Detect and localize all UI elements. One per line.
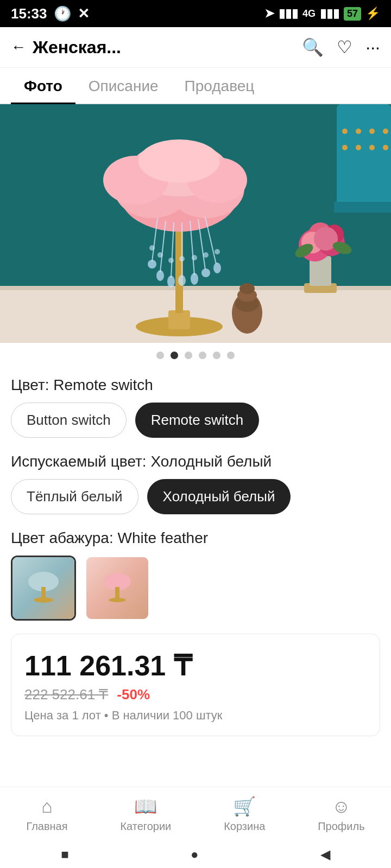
android-nav: ■ ● ◀ — [0, 841, 391, 868]
svg-point-53 — [383, 129, 388, 134]
price-old-row: 222 522.61 ₸ -50% — [24, 686, 367, 703]
price-main: 111 261.31 ₸ — [24, 649, 367, 682]
svg-point-20 — [178, 275, 186, 286]
search-button[interactable]: 🔍 — [302, 37, 324, 58]
svg-point-54 — [342, 145, 348, 150]
svg-point-26 — [213, 263, 221, 273]
color-option-remote-switch[interactable]: Remote switch — [135, 403, 260, 438]
svg-point-12 — [138, 139, 220, 183]
svg-point-27 — [149, 245, 155, 251]
header-icons: 🔍 ♡ ··· — [302, 37, 380, 58]
svg-point-33 — [215, 249, 220, 254]
svg-point-52 — [369, 129, 375, 134]
price-old: 222 522.61 ₸ — [24, 686, 108, 703]
dot-3[interactable] — [185, 352, 192, 359]
dot-5[interactable] — [213, 352, 220, 359]
signal-icon: ▮▮▮ — [279, 7, 298, 21]
dot-6[interactable] — [227, 352, 235, 359]
header: ← Женская... 🔍 ♡ ··· — [0, 27, 391, 68]
color-label: Цвет: Remote switch — [11, 376, 380, 394]
svg-point-56 — [369, 145, 375, 150]
nav-cart[interactable]: 🛒 Корзина — [224, 795, 265, 833]
emitted-color-cool[interactable]: Холодный белый — [147, 479, 291, 514]
shade-thumb-pink[interactable] — [85, 556, 150, 621]
svg-point-63 — [109, 598, 126, 602]
profile-icon: ☺ — [332, 796, 351, 817]
color-options: Button switch Remote switch — [11, 403, 380, 438]
back-button[interactable]: ← — [11, 39, 26, 56]
shade-thumb-pink-img — [96, 566, 139, 610]
svg-point-37 — [239, 283, 255, 294]
battery-indicator: 57 — [344, 7, 361, 21]
android-back-button[interactable]: ◀ — [320, 847, 330, 862]
svg-rect-62 — [115, 587, 119, 599]
status-left: 15:33 🕐 ✕ — [11, 5, 90, 22]
svg-point-24 — [201, 269, 210, 277]
android-recents-button[interactable]: ■ — [61, 847, 69, 862]
more-button[interactable]: ··· — [365, 37, 380, 58]
price-discount: -50% — [117, 686, 150, 703]
svg-rect-4 — [168, 310, 190, 329]
location-icon: ➤ — [264, 7, 274, 21]
tab-seller[interactable]: Продавец — [172, 68, 268, 104]
svg-point-60 — [34, 597, 53, 603]
cart-icon: 🛒 — [233, 795, 256, 817]
nav-home-label: Главная — [26, 820, 67, 833]
status-bar: 15:33 🕐 ✕ ➤ ▮▮▮ 4G ▮▮▮ 57 ⚡ — [0, 0, 391, 27]
svg-rect-48 — [337, 104, 391, 213]
product-info: Цвет: Remote switch Button switch Remote… — [0, 368, 391, 621]
image-dots — [0, 343, 391, 368]
favorite-button[interactable]: ♡ — [337, 37, 352, 58]
alarm-icon: 🕐 — [54, 5, 71, 22]
svg-point-22 — [191, 273, 198, 285]
tab-photo[interactable]: Фото — [11, 68, 75, 104]
price-card: 111 261.31 ₸ 222 522.61 ₸ -50% Цена за 1… — [11, 634, 380, 736]
signal-icon-2: ▮▮▮ — [320, 7, 339, 21]
svg-point-29 — [168, 258, 174, 263]
color-option-button-switch[interactable]: Button switch — [11, 403, 127, 438]
product-image-svg — [0, 104, 391, 343]
svg-point-16 — [156, 270, 164, 281]
svg-point-57 — [383, 145, 388, 150]
4g-icon: 4G — [302, 8, 316, 20]
shade-thumb-white[interactable] — [11, 556, 76, 621]
svg-point-51 — [356, 129, 361, 134]
emitted-color-warm[interactable]: Тёплый белый — [11, 479, 138, 514]
svg-point-32 — [203, 252, 209, 258]
emitted-color-selected-value: Холодный белый — [150, 453, 272, 470]
product-image — [0, 104, 391, 343]
android-home-button[interactable]: ● — [191, 847, 199, 862]
shade-thumb-white-img — [22, 566, 65, 610]
svg-point-18 — [167, 276, 175, 288]
shade-color-selected-value: White feather — [118, 529, 209, 546]
svg-point-14 — [148, 260, 156, 269]
svg-point-30 — [179, 256, 185, 261]
svg-rect-49 — [334, 202, 391, 213]
emitted-color-options: Тёплый белый Холодный белый — [11, 479, 380, 514]
svg-rect-59 — [41, 587, 46, 599]
svg-point-28 — [157, 252, 163, 258]
page-title: Женская... — [33, 37, 302, 58]
shade-color-label: Цвет абажура: White feather — [11, 529, 380, 547]
emitted-color-label: Испускаемый цвет: Холодный белый — [11, 453, 380, 470]
nav-profile[interactable]: ☺ Профиль — [318, 796, 364, 833]
tabs-bar: Фото Описание Продавец — [0, 68, 391, 104]
dot-4[interactable] — [199, 352, 206, 359]
categories-icon: 📖 — [134, 795, 157, 817]
bottom-nav: ⌂ Главная 📖 Категории 🛒 Корзина ☺ Профил… — [0, 787, 391, 841]
nav-cart-label: Корзина — [224, 820, 265, 833]
dot-1[interactable] — [156, 352, 164, 359]
price-note: Цена за 1 лот • В наличии 100 штук — [24, 709, 367, 723]
home-icon: ⌂ — [41, 796, 53, 817]
status-right: ➤ ▮▮▮ 4G ▮▮▮ 57 ⚡ — [264, 7, 380, 21]
dot-2[interactable] — [171, 352, 178, 359]
svg-point-31 — [192, 255, 197, 260]
status-time: 15:33 — [11, 5, 47, 22]
battery-charge-icon: ⚡ — [365, 7, 380, 21]
nav-profile-label: Профиль — [318, 820, 364, 833]
color-selected-value: Remote switch — [53, 376, 153, 393]
svg-point-55 — [356, 145, 361, 150]
nav-home[interactable]: ⌂ Главная — [26, 796, 67, 833]
tab-description[interactable]: Описание — [75, 68, 172, 104]
nav-categories[interactable]: 📖 Категории — [120, 795, 171, 833]
